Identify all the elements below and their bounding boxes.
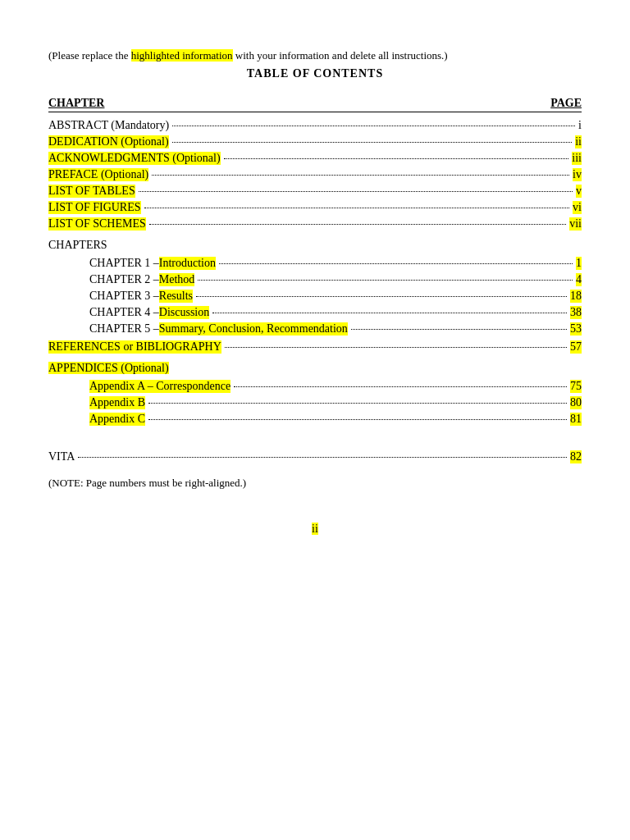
entry-dedication-text: DEDICATION (Optional) (48, 135, 169, 148)
entry-dedication-page: ii (575, 135, 582, 148)
appendix-c-text: Appendix C (89, 413, 145, 426)
chapter-1-prefix: CHAPTER 1 – (89, 257, 159, 270)
references-text: REFERENCES or BIBLIOGRAPHY (48, 340, 221, 354)
page-title: TABLE OF CONTENTS (48, 67, 582, 80)
entry-figures-dots (144, 208, 570, 208)
chapter-5-dots (351, 329, 567, 330)
entry-tables-dots (139, 191, 573, 192)
entry-preface-text: PREFACE (Optional) (48, 168, 148, 181)
chapter-3-page: 18 (570, 290, 582, 303)
chapter-3-prefix: CHAPTER 3 – (89, 290, 159, 303)
chapters-list: CHAPTER 1 – Introduction 1 CHAPTER 2 – M… (48, 257, 582, 336)
footer-page-number: ii (312, 523, 318, 535)
toc-header: CHAPTER PAGE (48, 97, 582, 112)
toc-entry-acknowledgments: ACKNOWLEDGMENTS (Optional) iii (48, 152, 582, 165)
appendix-a-dots (234, 386, 567, 387)
entry-abstract-text: ABSTRACT (Mandatory) (48, 119, 169, 132)
chapter-2-dots (198, 280, 573, 281)
chapter-5-title: Summary, Conclusion, Recommendation (159, 322, 348, 336)
entry-abstract-page: i (578, 119, 582, 132)
toc-entry-list-schemes: LIST OF SCHEMES vii (48, 217, 582, 231)
toc-entries: ABSTRACT (Mandatory) i DEDICATION (Optio… (48, 119, 582, 231)
entry-figures-text: LIST OF FIGURES (48, 201, 141, 214)
chapter-3-dots (196, 296, 567, 297)
chapter-2-page: 4 (576, 273, 582, 286)
appendix-b-dots (148, 403, 567, 404)
entry-abstract-dots (172, 126, 575, 126)
chapter-2-entry: CHAPTER 2 – Method 4 (48, 273, 582, 286)
appendix-c-entry: Appendix C 81 (48, 413, 582, 426)
vita-label: VITA (48, 450, 75, 463)
chapter-3-entry: CHAPTER 3 – Results 18 (48, 290, 582, 303)
toc-entry-abstract: ABSTRACT (Mandatory) i (48, 119, 582, 132)
toc-entry-references: REFERENCES or BIBLIOGRAPHY 57 (48, 340, 582, 354)
appendix-a-entry: Appendix A – Correspondence 75 (48, 380, 582, 393)
entry-tables-page: v (576, 185, 582, 198)
toc-entry-list-figures: LIST OF FIGURES vi (48, 201, 582, 214)
chapter-5-page: 53 (570, 322, 582, 336)
chapters-label: CHAPTERS (48, 239, 107, 251)
vita-dots (78, 457, 567, 458)
appendix-b-page: 80 (570, 396, 582, 409)
entry-preface-page: iv (573, 168, 582, 181)
instruction-highlighted: highlighted information (131, 49, 233, 62)
instruction-line: (Please replace the highlighted informat… (48, 49, 582, 62)
chapter-4-page: 38 (570, 306, 582, 319)
chapter-1-title: Introduction (159, 257, 216, 270)
entry-ack-text: ACKNOWLEDGMENTS (Optional) (48, 152, 221, 165)
toc-entry-dedication: DEDICATION (Optional) ii (48, 135, 582, 148)
entry-tables-text: LIST OF TABLES (48, 185, 135, 198)
entry-ack-dots (224, 158, 569, 159)
entry-schemes-text: LIST OF SCHEMES (48, 217, 146, 231)
chapter-1-page: 1 (576, 257, 582, 270)
instruction-prefix: (Please replace the (48, 49, 131, 62)
toc-entry-list-tables: LIST OF TABLES v (48, 185, 582, 198)
appendix-c-page: 81 (570, 413, 582, 426)
chapter-1-entry: CHAPTER 1 – Introduction 1 (48, 257, 582, 270)
appendix-b-entry: Appendix B 80 (48, 396, 582, 409)
entry-ack-page: iii (572, 152, 582, 165)
chapter-3-title: Results (159, 290, 193, 303)
page-footer: ii (48, 523, 582, 536)
entry-schemes-dots (149, 224, 566, 225)
appendices-list: Appendix A – Correspondence 75 Appendix … (48, 380, 582, 426)
entry-dedication-dots (172, 142, 573, 143)
references-dots (225, 347, 567, 348)
entry-preface-dots (152, 175, 569, 176)
chapter-2-title: Method (159, 273, 195, 286)
vita-entry: VITA 82 (48, 450, 582, 463)
entry-schemes-page: vii (569, 217, 582, 231)
chapter-header-label: CHAPTER (48, 97, 104, 110)
references-page: 57 (570, 340, 582, 354)
note-line: (NOTE: Page numbers must be right-aligne… (48, 477, 582, 490)
chapter-4-title: Discussion (159, 306, 209, 319)
chapter-1-dots (219, 263, 573, 264)
chapter-5-prefix: CHAPTER 5 – (89, 322, 159, 336)
appendix-a-page: 75 (570, 380, 582, 393)
appendix-a-text: Appendix A – Correspondence (89, 380, 231, 393)
toc-entry-preface: PREFACE (Optional) iv (48, 168, 582, 181)
appendices-section-label: APPENDICES (Optional) (48, 362, 582, 375)
chapter-2-prefix: CHAPTER 2 – (89, 273, 159, 286)
page-header-label: PAGE (550, 97, 582, 110)
entry-figures-page: vi (573, 201, 582, 214)
chapter-4-dots (212, 313, 567, 313)
appendix-b-text: Appendix B (89, 396, 145, 409)
chapter-4-entry: CHAPTER 4 – Discussion 38 (48, 306, 582, 319)
appendix-c-dots (148, 419, 567, 420)
chapters-section-label: CHAPTERS (48, 239, 582, 252)
chapter-4-prefix: CHAPTER 4 – (89, 306, 159, 319)
chapter-5-entry: CHAPTER 5 – Summary, Conclusion, Recomme… (48, 322, 582, 336)
page-container: (Please replace the highlighted informat… (48, 0, 582, 840)
appendices-label: APPENDICES (Optional) (48, 362, 169, 374)
instruction-suffix: with your information and delete all ins… (233, 49, 448, 62)
vita-page: 82 (570, 450, 582, 463)
